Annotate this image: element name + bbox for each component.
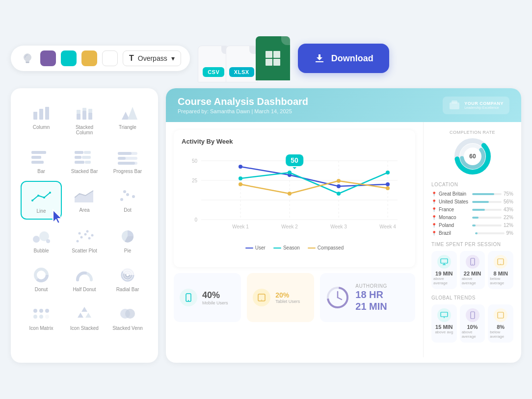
svg-text:Week 2: Week 2 bbox=[281, 224, 298, 229]
svg-point-31 bbox=[120, 198, 123, 201]
trend-value-1: 15 MIN bbox=[435, 324, 452, 330]
mobile-icon bbox=[184, 293, 193, 302]
chart-type-stacked-bar[interactable]: Stacked Bar bbox=[64, 142, 105, 179]
svg-line-101 bbox=[338, 298, 342, 299]
chart-type-progress-bar[interactable]: Progress Bar bbox=[107, 142, 148, 179]
chart-type-icon-matrix[interactable]: Icon Matrix bbox=[21, 299, 62, 336]
svg-marker-62 bbox=[85, 313, 91, 318]
location-name-gb: Great Britain bbox=[439, 191, 470, 197]
svg-point-111 bbox=[472, 264, 473, 264]
svg-text:25: 25 bbox=[192, 178, 198, 183]
svg-point-85 bbox=[386, 182, 390, 186]
color-swatch-purple[interactable] bbox=[40, 50, 56, 66]
location-name-us: United States bbox=[439, 199, 470, 204]
stacked-column-icon bbox=[73, 103, 96, 123]
location-pct-gb: 75% bbox=[504, 191, 513, 197]
svg-point-92 bbox=[337, 179, 341, 183]
authoring-time2: 21 MIN bbox=[355, 300, 387, 312]
svg-point-39 bbox=[80, 236, 83, 239]
legend-compassed: Compassed bbox=[308, 245, 344, 250]
font-selector[interactable]: T Overpass ▾ bbox=[123, 50, 181, 66]
chart-type-bar[interactable]: Bar bbox=[21, 142, 62, 179]
global-trends-label: Global Trends bbox=[431, 295, 513, 300]
svg-point-38 bbox=[77, 240, 79, 243]
toolbar-files: CSV XLSX bbox=[198, 36, 290, 80]
chart-type-dot[interactable]: Dot bbox=[107, 181, 148, 220]
sheets-file-card[interactable] bbox=[256, 36, 290, 80]
chart-type-icon-stacked[interactable]: Icon Stacked bbox=[64, 299, 105, 336]
trend-icon-2 bbox=[466, 308, 479, 322]
svg-point-54 bbox=[33, 309, 37, 313]
mobile-stat-text: 40% Mobile Users bbox=[202, 290, 228, 305]
location-pct-us: 56% bbox=[504, 199, 513, 204]
svg-rect-2 bbox=[45, 107, 49, 120]
trend-sub-3: below average bbox=[490, 330, 511, 339]
time-card-tablet: 8 MIN below average bbox=[488, 251, 513, 289]
svg-marker-30 bbox=[53, 210, 62, 224]
color-swatch-teal[interactable] bbox=[61, 50, 77, 66]
svg-point-41 bbox=[79, 232, 81, 235]
tablet-icon-circle bbox=[253, 289, 270, 306]
location-name-br: Brazil bbox=[439, 230, 473, 236]
triangle-label: Triangle bbox=[119, 125, 136, 130]
csv-file-card[interactable]: CSV bbox=[198, 46, 230, 80]
chart-type-scatter-plot[interactable]: Scatter Plot bbox=[64, 222, 105, 258]
svg-text:Week 3: Week 3 bbox=[330, 224, 347, 229]
svg-point-89 bbox=[386, 171, 390, 175]
stacked-venn-icon bbox=[116, 304, 139, 324]
xlsx-file-card[interactable]: XLSX bbox=[226, 46, 258, 80]
svg-point-34 bbox=[123, 190, 126, 193]
location-row-br: 📍 Brazil 9% bbox=[431, 230, 513, 236]
svg-point-42 bbox=[88, 237, 91, 240]
svg-marker-10 bbox=[128, 107, 137, 120]
trend-value-2: 10% bbox=[467, 324, 478, 330]
svg-rect-107 bbox=[441, 259, 448, 263]
svg-point-56 bbox=[45, 309, 49, 313]
chart-type-donut[interactable]: Donut bbox=[21, 260, 62, 297]
svg-point-32 bbox=[126, 193, 129, 196]
chart-type-line[interactable]: Line bbox=[21, 181, 62, 220]
chart-type-half-donut[interactable]: Half Donut bbox=[64, 260, 105, 297]
color-swatch-white[interactable] bbox=[102, 50, 118, 66]
svg-text:50: 50 bbox=[192, 158, 198, 164]
chart-type-pie[interactable]: Pie bbox=[107, 222, 148, 258]
mobile-users-card: 40% Mobile Users bbox=[174, 273, 241, 322]
location-row-us: 📍 United States 56% bbox=[431, 199, 513, 204]
trend-cards: 15 MIN above avg 10% above average bbox=[431, 304, 513, 343]
tablet-icon bbox=[257, 293, 266, 302]
time-sub-mobile: above average bbox=[462, 276, 483, 285]
chart-type-area[interactable]: Area bbox=[64, 181, 105, 220]
authoring-label: Authoring bbox=[355, 283, 387, 289]
svg-rect-8 bbox=[88, 109, 92, 113]
legend-user: User bbox=[245, 245, 266, 250]
svg-rect-15 bbox=[84, 151, 91, 154]
chart-type-radial-bar[interactable]: Radial Bar bbox=[107, 260, 148, 297]
trend-icon-3 bbox=[494, 308, 507, 322]
paint-icon[interactable] bbox=[20, 50, 35, 66]
chart-type-triangle[interactable]: Triangle bbox=[107, 98, 148, 140]
chart-type-stacked-venn[interactable]: Stacked Venn bbox=[107, 299, 148, 336]
dot-icon bbox=[116, 186, 139, 205]
svg-rect-11 bbox=[31, 151, 46, 154]
chart-tooltip: 50 bbox=[286, 154, 303, 166]
chart-type-bubble[interactable]: Bubble bbox=[21, 222, 62, 258]
chart-type-column[interactable]: Column bbox=[21, 98, 62, 140]
svg-point-35 bbox=[33, 236, 40, 243]
svg-rect-25 bbox=[118, 162, 135, 165]
svg-point-37 bbox=[46, 239, 50, 243]
scatter-plot-icon bbox=[73, 226, 96, 246]
svg-marker-61 bbox=[78, 313, 83, 318]
location-pct-fr: 43% bbox=[504, 207, 513, 212]
location-pct-pl: 12% bbox=[504, 223, 513, 228]
color-swatch-yellow[interactable] bbox=[81, 50, 97, 66]
chart-type-stacked-column[interactable]: Stacked Column bbox=[64, 98, 105, 140]
bubble-label: Bubble bbox=[33, 248, 49, 253]
pie-label: Pie bbox=[124, 248, 131, 253]
dashboard-panel: Course Analysis Dashboard Prepared by: S… bbox=[166, 88, 521, 363]
time-value-tablet: 8 MIN bbox=[494, 271, 508, 276]
svg-rect-114 bbox=[441, 312, 448, 317]
dot-label: Dot bbox=[124, 207, 132, 213]
time-value-desktop: 19 MIN bbox=[435, 271, 452, 276]
svg-rect-19 bbox=[85, 161, 91, 164]
download-button[interactable]: Download bbox=[298, 44, 389, 73]
